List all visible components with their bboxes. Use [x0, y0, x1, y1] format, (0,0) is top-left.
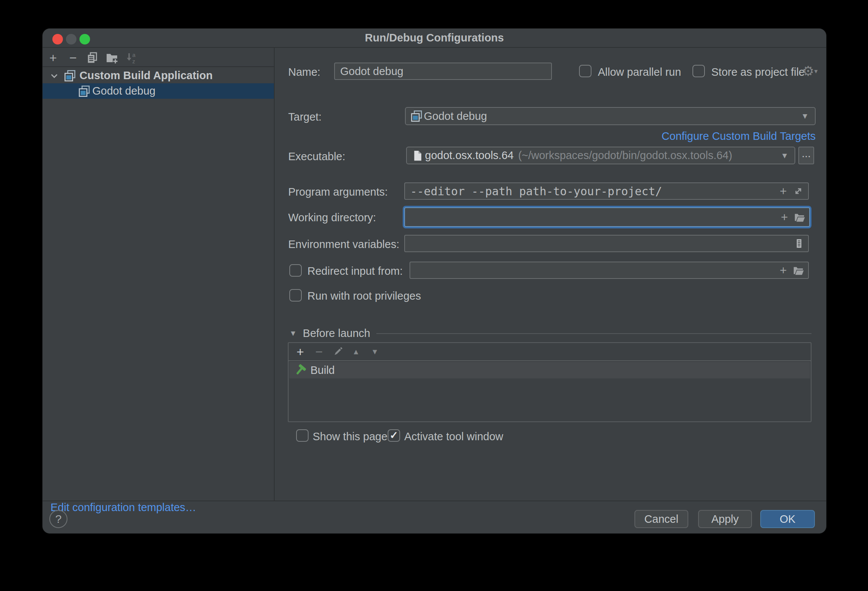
program-arguments-input[interactable]: --editor --path path-to-your-project/ +	[404, 182, 809, 200]
svg-text:z: z	[132, 58, 135, 64]
sidebar-toolbar: + −	[43, 48, 274, 67]
executable-file: godot.osx.tools.64	[425, 149, 513, 162]
build-task-label: Build	[310, 364, 335, 377]
application-icon	[409, 109, 424, 124]
tree-item-label: Godot debug	[92, 85, 156, 97]
before-launch-toolbar: + − ▲ ▼	[289, 343, 811, 361]
checkmark-icon: ✓	[390, 430, 398, 441]
add-configuration-icon[interactable]: +	[46, 51, 60, 64]
environment-variables-label: Environment variables:	[288, 238, 399, 251]
ok-label: OK	[780, 513, 796, 525]
program-arguments-value: --editor --path path-to-your-project/	[410, 185, 662, 198]
configurations-sidebar: + −	[43, 48, 275, 501]
target-value: Godot debug	[424, 110, 487, 122]
target-dropdown-arrow-icon[interactable]: ▼	[801, 112, 809, 121]
before-launch-task-build[interactable]: Build	[289, 362, 810, 378]
activate-tool-window-label[interactable]: Activate tool window	[404, 430, 503, 443]
file-icon	[410, 148, 425, 163]
target-select[interactable]: Godot debug ▼	[405, 107, 816, 125]
allow-parallel-run-checkbox[interactable]	[579, 65, 591, 77]
edit-task-pencil-icon[interactable]	[332, 345, 344, 358]
executable-path: (~/workspaces/godot/bin/godot.osx.tools.…	[518, 149, 732, 162]
sort-alphabetically-icon[interactable]: a z	[125, 51, 138, 64]
cancel-label: Cancel	[644, 513, 678, 525]
before-launch-title: Before launch	[303, 327, 370, 340]
executable-dropdown-arrow-icon[interactable]: ▼	[781, 151, 789, 160]
expand-field-icon[interactable]	[791, 184, 806, 199]
target-label: Target:	[288, 111, 322, 123]
redirect-input-checkbox[interactable]	[289, 264, 302, 277]
working-directory-label: Working directory:	[288, 211, 376, 224]
add-macro-icon[interactable]: +	[777, 210, 792, 225]
section-divider	[376, 333, 811, 334]
name-value: Godot debug	[340, 65, 403, 78]
remove-configuration-icon[interactable]: −	[66, 51, 80, 64]
show-this-page-label[interactable]: Show this page	[313, 430, 387, 443]
store-options-gear-icon[interactable]: ⚙▾	[802, 63, 818, 79]
move-task-down-icon[interactable]: ▼	[368, 345, 381, 358]
tree-item-godot-debug[interactable]: Godot debug	[43, 83, 274, 99]
titlebar: Run/Debug Configurations	[43, 29, 826, 48]
copy-icon	[86, 52, 98, 64]
ok-button[interactable]: OK	[760, 510, 815, 528]
name-label: Name:	[288, 66, 320, 78]
new-folder-icon[interactable]	[105, 51, 119, 64]
run-root-privileges-label[interactable]: Run with root privileges	[307, 290, 421, 302]
allow-parallel-run-label[interactable]: Allow parallel run	[598, 66, 681, 78]
add-task-icon[interactable]: +	[294, 345, 307, 358]
show-this-page-checkbox[interactable]	[296, 429, 309, 442]
before-launch-panel: + − ▲ ▼ Build	[288, 342, 811, 422]
executable-select[interactable]: godot.osx.tools.64 (~/workspaces/godot/b…	[406, 147, 795, 164]
svg-text:a: a	[132, 52, 136, 58]
working-directory-input[interactable]: +	[404, 207, 810, 227]
name-input[interactable]: Godot debug	[334, 63, 552, 80]
application-icon	[64, 70, 76, 82]
environment-variables-input[interactable]	[404, 235, 809, 252]
help-question-icon: ?	[55, 513, 62, 525]
dialog-footer: ? Cancel Apply OK	[43, 501, 826, 534]
tree-group-custom-build-application[interactable]: Custom Build Application	[43, 68, 274, 83]
run-root-privileges-checkbox[interactable]	[289, 289, 302, 302]
cancel-button[interactable]: Cancel	[634, 510, 688, 528]
add-argument-icon[interactable]: +	[776, 184, 791, 199]
redirect-input-label[interactable]: Redirect input from:	[307, 265, 403, 277]
add-macro-icon[interactable]: +	[776, 263, 791, 278]
executable-label: Executable:	[288, 150, 345, 163]
remove-task-icon[interactable]: −	[313, 345, 326, 358]
redirect-input-field[interactable]: +	[410, 262, 809, 279]
build-hammer-icon	[294, 364, 307, 377]
run-debug-configurations-dialog: Run/Debug Configurations + −	[42, 28, 827, 534]
store-as-project-file-checkbox[interactable]	[692, 65, 705, 77]
browse-folder-icon[interactable]	[791, 263, 806, 278]
browse-executable-button[interactable]: ...	[798, 147, 814, 164]
window-title: Run/Debug Configurations	[43, 29, 826, 47]
apply-button[interactable]: Apply	[698, 510, 752, 528]
activate-tool-window-checkbox[interactable]: ✓	[388, 429, 400, 442]
configure-custom-build-targets-link[interactable]: Configure Custom Build Targets	[405, 130, 816, 142]
help-button[interactable]: ?	[49, 510, 67, 528]
move-task-up-icon[interactable]: ▲	[350, 345, 362, 358]
tree-group-label: Custom Build Application	[79, 69, 212, 82]
copy-configuration-icon[interactable]	[86, 51, 99, 64]
collapse-triangle-icon[interactable]: ▼	[289, 329, 297, 338]
browse-folder-icon[interactable]	[792, 210, 807, 225]
application-icon	[78, 85, 90, 97]
store-as-project-file-label[interactable]: Store as project file	[711, 66, 805, 78]
more-label: ...	[802, 147, 811, 160]
program-arguments-label: Program arguments:	[288, 186, 388, 198]
before-launch-header[interactable]: ▼ Before launch	[289, 327, 811, 340]
apply-label: Apply	[711, 513, 739, 525]
edit-variables-list-icon[interactable]	[792, 236, 807, 251]
chevron-down-icon[interactable]	[49, 71, 59, 81]
